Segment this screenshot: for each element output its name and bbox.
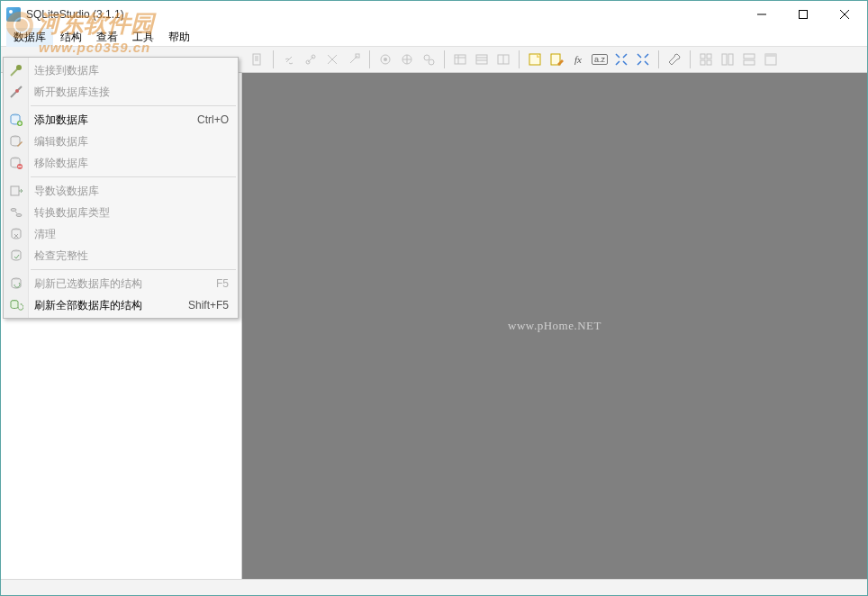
menu-item-connect[interactable]: 连接到数据库	[4, 59, 238, 81]
menu-item-refresh-selected[interactable]: 刷新已选数据库的结构 F5	[4, 273, 238, 294]
db-remove-icon	[9, 156, 23, 170]
refresh-all-icon	[9, 298, 23, 312]
svg-point-28	[16, 65, 22, 70]
tool-fx-icon[interactable]: fx	[568, 50, 588, 69]
tool-az-icon[interactable]: a.z	[590, 50, 610, 69]
titlebar: SQLiteStudio (3.1.1)	[1, 1, 867, 28]
svg-point-36	[11, 209, 16, 212]
tool-layout1-icon[interactable]	[696, 50, 716, 69]
svg-rect-1	[800, 11, 808, 19]
menu-item-check-db[interactable]: 检查完整性	[4, 245, 238, 266]
tool-grid1-icon[interactable]	[450, 50, 470, 69]
tool-link4-icon[interactable]	[344, 50, 364, 69]
svg-rect-16	[529, 54, 540, 65]
tool-gear2-icon[interactable]	[397, 50, 417, 69]
svg-rect-27	[765, 54, 776, 57]
db-edit-icon	[9, 134, 23, 149]
menu-item-convert-db[interactable]: 转换数据库类型	[4, 202, 238, 223]
window-title: SQLiteStudio (3.1.1)	[26, 8, 124, 21]
menu-item-edit-db[interactable]: 编辑数据库	[4, 131, 238, 152]
menu-structure[interactable]: 结构	[53, 28, 89, 47]
db-convert-icon	[9, 205, 23, 220]
tool-doc-icon[interactable]	[248, 50, 267, 69]
menu-database[interactable]: 数据库	[6, 28, 53, 47]
menu-item-export-db[interactable]: 导数该数据库	[4, 180, 238, 202]
tool-layout4-icon[interactable]	[761, 50, 781, 69]
svg-rect-23	[728, 54, 733, 65]
menu-item-remove-db[interactable]: 移除数据库	[4, 152, 238, 174]
tool-wrench-icon[interactable]	[665, 50, 684, 69]
disconnect-icon	[9, 85, 23, 99]
tool-collapse-icon[interactable]	[611, 50, 631, 69]
tool-gear3-icon[interactable]	[419, 50, 439, 69]
svg-rect-20	[701, 60, 705, 65]
workspace-watermark: www.pHome.NET	[508, 319, 601, 333]
tool-grid2-icon[interactable]	[472, 50, 492, 69]
db-export-icon	[9, 184, 23, 198]
menu-help[interactable]: 帮助	[161, 28, 197, 47]
svg-point-9	[384, 58, 387, 61]
statusbar	[1, 579, 867, 595]
connect-icon	[9, 63, 23, 77]
menu-item-vacuum-db[interactable]: 清理	[4, 223, 238, 245]
tool-link3-icon[interactable]	[322, 50, 342, 69]
svg-rect-4	[253, 54, 260, 65]
svg-point-29	[15, 89, 19, 93]
dropdown-database-menu: 连接到数据库 断开数据库连接 添加数据库 Ctrl+O 编辑数据库 移除数据库 …	[3, 57, 239, 319]
tool-link2-icon[interactable]	[301, 50, 321, 69]
menu-view[interactable]: 查看	[89, 28, 125, 47]
svg-rect-13	[455, 55, 466, 64]
tool-noteedit-icon[interactable]	[547, 50, 566, 69]
svg-rect-22	[722, 54, 727, 65]
menubar: 数据库 结构 查看 工具 帮助	[1, 28, 867, 46]
db-check-icon	[9, 248, 23, 263]
tool-expand-icon[interactable]	[633, 50, 653, 69]
svg-rect-24	[744, 54, 755, 59]
refresh-one-icon	[9, 276, 23, 291]
svg-rect-21	[707, 60, 711, 65]
minimize-button[interactable]	[741, 1, 782, 28]
menu-item-disconnect[interactable]: 断开数据库连接	[4, 81, 238, 103]
svg-rect-35	[11, 186, 19, 195]
svg-rect-25	[744, 60, 755, 65]
db-add-icon	[9, 113, 23, 127]
app-icon	[6, 7, 21, 22]
svg-rect-19	[707, 54, 711, 59]
app-window: SQLiteStudio (3.1.1) 数据库 结构 查看 工具 帮助 fx …	[0, 0, 868, 596]
svg-point-12	[429, 59, 434, 65]
tool-link1-icon[interactable]	[279, 50, 299, 69]
close-button[interactable]	[824, 1, 865, 28]
svg-point-37	[16, 214, 22, 217]
svg-rect-14	[476, 55, 487, 64]
shortcut-text: F5	[216, 277, 229, 290]
menu-tools[interactable]: 工具	[125, 28, 161, 47]
tool-layout2-icon[interactable]	[718, 50, 737, 69]
menu-item-add-db[interactable]: 添加数据库 Ctrl+O	[4, 109, 238, 131]
db-vacuum-icon	[9, 227, 23, 241]
maximize-button[interactable]	[782, 1, 824, 28]
menu-item-refresh-all[interactable]: 刷新全部数据库的结构 Shift+F5	[4, 294, 238, 316]
tool-note-icon[interactable]	[525, 50, 545, 69]
svg-point-11	[424, 55, 429, 60]
shortcut-text: Shift+F5	[188, 299, 229, 312]
tool-layout3-icon[interactable]	[739, 50, 759, 69]
workspace: www.pHome.NET	[242, 73, 867, 579]
shortcut-text: Ctrl+O	[197, 113, 229, 126]
tool-grid3-icon[interactable]	[493, 50, 513, 69]
tool-gear1-icon[interactable]	[375, 50, 395, 69]
svg-rect-18	[701, 54, 705, 59]
